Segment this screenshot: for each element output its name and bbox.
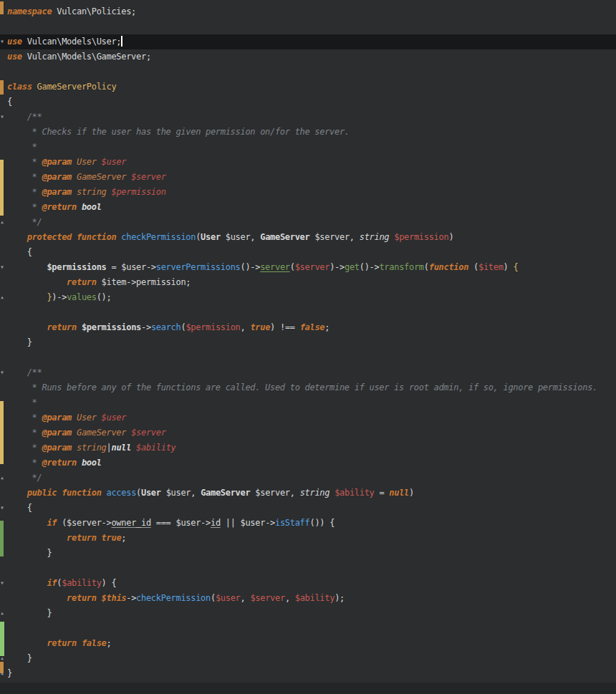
code-line[interactable]: * @param GameServer $server (0, 425, 616, 440)
code-line[interactable]: */ (0, 471, 616, 486)
code-token: null (389, 488, 409, 498)
code-token: $this (102, 593, 127, 603)
fold-expand-icon[interactable]: ▴ (0, 293, 7, 302)
code-line[interactable]: class GameServerPolicy (0, 79, 616, 95)
code-line[interactable] (0, 561, 616, 576)
code-token: isStaff (275, 518, 309, 528)
fold-expand-icon[interactable]: ▴ (0, 669, 7, 678)
code-line[interactable]: * @param string $permission (0, 185, 616, 200)
fold-collapse-icon[interactable]: ▾ (0, 368, 7, 377)
code-token: checkPermission (121, 232, 196, 242)
code-line[interactable] (0, 64, 616, 79)
code-token (7, 488, 27, 498)
code-line[interactable]: if($ability) { (0, 576, 616, 591)
code-line[interactable] (0, 19, 616, 34)
code-line[interactable]: } (0, 651, 616, 666)
vcs-change-strip[interactable] (0, 521, 4, 556)
code-token: null (111, 443, 131, 453)
code-line[interactable]: /** (0, 365, 616, 380)
fold-expand-icon[interactable]: ▴ (0, 473, 7, 482)
code-line[interactable]: * @param User $user (0, 410, 616, 425)
code-line[interactable]: * Runs before any of the functions are c… (0, 380, 616, 395)
fold-expand-icon[interactable]: ▴ (0, 654, 7, 662)
code-token: ) (504, 262, 514, 272)
code-line[interactable]: */ (0, 215, 616, 230)
code-token: )-> (329, 262, 345, 272)
code-token: * Runs before any of the functions are c… (7, 382, 597, 392)
code-line[interactable]: $permissions = $user->serverPermissions(… (0, 260, 616, 275)
code-line[interactable]: * (0, 140, 616, 155)
code-token: GameServer (201, 488, 250, 498)
code-line[interactable]: } (0, 606, 616, 621)
code-token: $item (478, 262, 504, 272)
code-line[interactable]: /** (0, 110, 616, 125)
code-line[interactable]: * @return bool (0, 200, 616, 215)
code-line[interactable]: } (0, 546, 616, 561)
code-line[interactable]: namespace Vulcan\Policies; (0, 4, 616, 19)
code-token: GameServer (260, 232, 309, 242)
code-token: (); (97, 292, 112, 302)
code-token: transform (379, 262, 423, 272)
code-line[interactable] (0, 350, 616, 365)
code-line[interactable]: * (0, 395, 616, 410)
code-line[interactable]: return $permissions->search($permission,… (0, 320, 616, 335)
code-token: ; (107, 638, 112, 648)
fold-expand-icon[interactable]: ▴ (0, 218, 7, 226)
vcs-change-strip[interactable] (0, 1, 4, 14)
vcs-change-strip[interactable] (0, 622, 4, 656)
code-line[interactable]: } (0, 666, 616, 681)
fold-collapse-icon[interactable]: ▾ (0, 112, 7, 121)
code-token (97, 593, 102, 603)
code-token: )-> (52, 292, 67, 302)
code-line[interactable]: { (0, 501, 616, 516)
vcs-change-strip[interactable] (0, 401, 4, 464)
code-line[interactable]: * @param GameServer $server (0, 170, 616, 185)
code-token: checkPermission (136, 593, 211, 603)
code-token: * (7, 443, 42, 453)
fold-expand-icon[interactable]: ▴ (0, 609, 7, 617)
code-line[interactable]: { (0, 245, 616, 260)
code-token: * (7, 172, 42, 182)
code-token: ( (424, 262, 429, 272)
code-token: search (151, 322, 181, 332)
code-token: @param (42, 187, 72, 197)
fold-collapse-icon[interactable]: ▾ (0, 263, 7, 271)
code-line[interactable]: return true; (0, 531, 616, 546)
code-line[interactable]: public function access(User $user, GameS… (0, 486, 616, 501)
code-token (7, 578, 47, 588)
code-line[interactable] (0, 305, 616, 320)
code-line[interactable]: if ($server->owner_id === $user->id || $… (0, 516, 616, 531)
code-line[interactable]: return $item->permission; (0, 275, 616, 290)
fold-collapse-icon[interactable]: ▾ (0, 37, 7, 46)
code-line[interactable]: protected function checkPermission(User … (0, 230, 616, 245)
code-line[interactable]: } (0, 335, 616, 350)
code-token: string (72, 187, 106, 197)
code-line[interactable]: return $this->checkPermission($user, $se… (0, 591, 616, 606)
code-line[interactable]: return false; (0, 636, 616, 651)
vcs-change-strip[interactable] (0, 160, 4, 216)
code-line[interactable]: use Vulcan\Models\GameServer; (0, 49, 616, 64)
code-line[interactable]: * Checks if the user has the given permi… (0, 125, 616, 140)
code-token: ( (136, 488, 141, 498)
code-line[interactable]: })->values(); (0, 290, 616, 305)
fold-collapse-icon[interactable]: ▾ (0, 503, 7, 512)
code-token: $ability (131, 443, 175, 453)
code-token: ()-> (240, 262, 260, 272)
code-token: , (285, 593, 295, 603)
code-line-current[interactable]: use Vulcan\Models\User; (0, 34, 616, 49)
code-token: $user, (221, 232, 260, 242)
code-editor[interactable]: namespace Vulcan\Policies;use Vulcan\Mod… (0, 0, 616, 694)
code-line[interactable] (0, 621, 616, 636)
code-line[interactable]: * @return bool (0, 456, 616, 471)
code-line[interactable]: * @param User $user (0, 155, 616, 170)
code-line[interactable]: * @param string|null $ability (0, 440, 616, 456)
code-token: $server, (250, 488, 299, 498)
code-token: User (72, 413, 97, 423)
code-token: ) (448, 232, 453, 242)
code-token: , (241, 593, 251, 603)
fold-collapse-icon[interactable]: ▾ (0, 579, 7, 587)
code-token: User (201, 232, 221, 242)
vcs-change-strip[interactable] (0, 80, 4, 95)
code-token: $permissions (82, 322, 141, 332)
code-line[interactable]: { (0, 95, 616, 110)
